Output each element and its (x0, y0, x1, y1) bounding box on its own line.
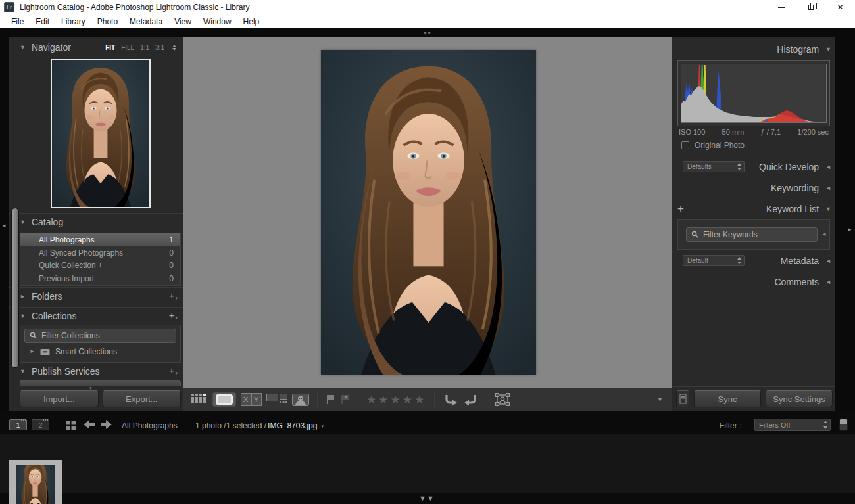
quick-develop-header[interactable]: Defaults Quick Develop ◄ (677, 160, 831, 174)
collapse-right-icon[interactable]: ► (20, 294, 26, 300)
second-window-button[interactable]: 2 (32, 419, 49, 430)
right-panel-expand-icon[interactable]: ► (847, 227, 852, 233)
previous-photo-icon[interactable] (84, 420, 95, 432)
people-view-icon[interactable] (292, 394, 309, 406)
navigator-header[interactable]: ▼ Navigator FIT FILL 1:1 3:1 (20, 41, 178, 54)
histogram-header[interactable]: Histogram ▼ (677, 42, 831, 57)
top-panel-collapse-icon[interactable]: ▾▾ (424, 29, 431, 36)
zoom-mode-fill[interactable]: FILL (121, 44, 134, 51)
collapse-left-icon[interactable]: ◄ (825, 164, 831, 170)
collapse-down-icon[interactable]: ▼ (825, 47, 831, 53)
publish-services-header[interactable]: ▼ Publish Services + ▾ (20, 365, 178, 378)
add-publish-service-button[interactable]: + ▾ (169, 367, 178, 376)
left-panel-collapse-icon[interactable]: ◄ (1, 223, 7, 229)
menu-file[interactable]: File (5, 14, 30, 28)
main-window-button[interactable]: 1 (9, 419, 27, 430)
quick-develop-preset-dropdown[interactable]: Defaults (683, 161, 745, 172)
keyword-list-panel: Filter Keywords ◄ (677, 219, 830, 250)
add-folder-button[interactable]: + ▾ (169, 292, 178, 301)
survey-view-icon[interactable] (266, 393, 287, 406)
original-photo-checkbox[interactable] (681, 141, 689, 149)
keywording-header[interactable]: Keywording ◄ (677, 181, 831, 195)
loupe-view-icon[interactable] (212, 392, 236, 407)
filmstrip-collapse-icon[interactable]: ▼▼ (419, 494, 435, 502)
collapse-left-icon[interactable]: ◄ (825, 185, 831, 191)
filter-switch[interactable] (839, 419, 848, 431)
collections-header[interactable]: ▼ Collections + ▾ (20, 309, 178, 323)
left-panel-scrollbar[interactable] (11, 208, 19, 368)
restore-button[interactable] (796, 0, 825, 14)
menu-help[interactable]: Help (237, 14, 266, 28)
compare-view-icon[interactable]: X Y (241, 393, 262, 406)
title-bar[interactable]: Lr Lightroom Catalog - Adobe Photoshop L… (0, 0, 855, 14)
histogram-title: Histogram (777, 44, 819, 55)
menu-edit[interactable]: Edit (30, 14, 55, 28)
collapse-down-icon[interactable]: ▼ (825, 206, 831, 212)
menu-metadata[interactable]: Metadata (124, 14, 168, 28)
catalog-header[interactable]: ▼ Catalog (20, 216, 178, 229)
window-controls: ✕ (766, 0, 855, 14)
photo[interactable] (321, 50, 536, 375)
collapse-left-icon[interactable]: ◄ (825, 258, 831, 264)
menu-window[interactable]: Window (197, 14, 237, 28)
minimize-button[interactable] (766, 0, 796, 14)
navigator-preview[interactable] (51, 59, 151, 208)
zoom-mode-3-1[interactable]: 3:1 (155, 44, 164, 51)
rotate-right-icon[interactable] (463, 394, 479, 406)
comments-header[interactable]: Comments ◄ (677, 275, 831, 289)
add-collection-button[interactable]: + ▾ (169, 311, 178, 321)
rotate-left-icon[interactable] (443, 394, 458, 406)
next-photo-icon[interactable] (100, 420, 112, 432)
panel-scroll-caret-icon[interactable]: ▾ (89, 386, 92, 390)
grid-view-icon[interactable] (191, 394, 208, 405)
crop-overlay-icon[interactable] (495, 393, 510, 406)
filmstrip-source-label[interactable]: All Photographs (122, 421, 178, 430)
collapse-down-icon[interactable]: ▼ (20, 45, 26, 51)
zoom-mode-fit[interactable]: FIT (105, 44, 115, 51)
sync-settings-button[interactable]: Sync Settings (766, 390, 833, 407)
histogram-canvas[interactable] (681, 64, 827, 123)
loupe-view-area[interactable] (183, 37, 672, 388)
publish-service-item-partial[interactable] (20, 380, 181, 386)
export-button[interactable]: Export... (103, 390, 182, 407)
filmstrip-status[interactable]: 1 photo /1 selected / IMG_8703.jpg ▾ (195, 421, 324, 430)
star-rating[interactable]: ★★★★★ (366, 393, 426, 407)
keyword-filter-collapse-icon[interactable]: ◄ (821, 232, 827, 237)
main-window-label: 1 (16, 421, 20, 429)
toolbar-options-icon[interactable]: ▼ (657, 397, 663, 403)
import-button[interactable]: Import... (20, 390, 99, 407)
catalog-row-all-synced[interactable]: All Synced Photographs 0 (20, 246, 180, 260)
catalog-row-all-photographs[interactable]: All Photographs 1 (20, 233, 180, 246)
menu-view[interactable]: View (168, 14, 197, 28)
filter-dropdown[interactable]: Filters Off (754, 419, 831, 431)
flag-pick-icon[interactable] (326, 394, 335, 405)
add-keyword-button[interactable]: + (677, 205, 684, 213)
collapse-down-icon[interactable]: ▼ (20, 369, 26, 375)
zoom-mode-1-1[interactable]: 1:1 (140, 44, 149, 51)
smart-collections-item[interactable]: ► Smart Collections (20, 343, 180, 360)
filter-collections-input[interactable]: Filter Collections (24, 329, 176, 343)
zoom-spinner-icon[interactable] (170, 43, 178, 52)
menu-photo[interactable]: Photo (91, 14, 124, 28)
grid-view-shortcut-icon[interactable] (66, 421, 76, 433)
metadata-header[interactable]: Default Metadata ◄ (677, 254, 831, 268)
collapse-down-icon[interactable]: ▼ (20, 313, 26, 319)
metadata-preset-dropdown[interactable]: Default (683, 255, 745, 266)
catalog-row-previous-import[interactable]: Previous Import 0 (20, 272, 180, 285)
filmstrip-cell-selected[interactable] (9, 460, 62, 504)
keyword-list-header[interactable]: + Keyword List ▼ (677, 202, 831, 216)
catalog-row-quick-collection[interactable]: Quick Collection + 0 (20, 259, 180, 272)
folders-header[interactable]: ► Folders + ▾ (20, 290, 178, 303)
flag-reject-icon[interactable] (340, 394, 350, 405)
filmstrip-thumbnail[interactable] (16, 465, 55, 504)
collapse-left-icon[interactable]: ◄ (825, 279, 831, 285)
auto-sync-toggle[interactable] (676, 390, 689, 407)
close-button[interactable]: ✕ (825, 0, 855, 14)
menu-library[interactable]: Library (55, 14, 91, 28)
caret-down-icon: ▾ (175, 315, 178, 321)
expand-right-icon[interactable]: ► (30, 349, 35, 354)
filmstrip[interactable] (0, 434, 855, 493)
collapse-down-icon[interactable]: ▼ (20, 219, 26, 225)
sync-button[interactable]: Sync (694, 390, 761, 407)
filter-keywords-input[interactable]: Filter Keywords (686, 227, 818, 242)
